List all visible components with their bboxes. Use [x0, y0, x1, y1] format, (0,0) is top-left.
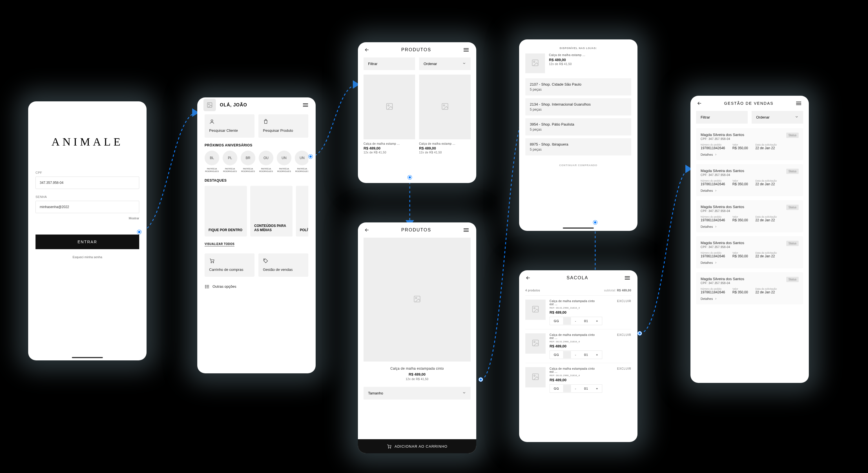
- destaques-row: FIQUE POR DENTROCONTEÚDOS PARA AS MÍDIAS…: [205, 186, 308, 236]
- svg-rect-0: [208, 103, 212, 107]
- ordenar-button[interactable]: Ordenar: [419, 58, 471, 70]
- svg-point-35: [534, 307, 535, 309]
- outras-opcoes[interactable]: Outras opções: [205, 284, 308, 289]
- subtotal-label: subtotal:: [604, 289, 616, 292]
- page-title: PRODUTOS: [401, 47, 431, 53]
- svg-point-39: [534, 375, 535, 376]
- menu-icon[interactable]: [463, 227, 470, 233]
- status-badge: Status: [786, 277, 799, 282]
- tamanho-select[interactable]: Tamanho: [364, 387, 471, 400]
- store-row[interactable]: 8975 - Shop. Ibirapuera5 peças: [525, 138, 631, 156]
- detalhes-link[interactable]: Detalhes: [701, 189, 799, 192]
- bag-count: 4 produtos: [525, 289, 540, 292]
- order-card[interactable]: Magda Silveira dos SantosCPF: 347.357.95…: [696, 164, 803, 196]
- senha-input[interactable]: minhasenha@2022: [35, 201, 139, 213]
- entrar-button[interactable]: ENTRAR: [35, 235, 139, 249]
- add-to-cart-button[interactable]: ADICIONAR AO CARRINHO: [358, 439, 476, 453]
- product-card[interactable]: Calça de malha estamp ... R$ 489,00 12x …: [364, 75, 415, 154]
- product-thumb: [525, 367, 546, 387]
- back-icon[interactable]: [525, 275, 531, 281]
- svg-rect-20: [442, 104, 448, 109]
- home-indicator: [72, 357, 103, 358]
- gestao-tile[interactable]: Gestão de vendas: [258, 254, 308, 277]
- back-icon[interactable]: [364, 227, 370, 233]
- order-card[interactable]: Magda Silveira dos SantosCPF: 347.357.95…: [696, 236, 803, 268]
- filtrar-button[interactable]: Filtrar: [364, 58, 415, 70]
- svg-point-5: [211, 120, 213, 122]
- carrinho-label: Carrinho de compras: [209, 267, 250, 272]
- birthday-chip[interactable]: PLPATRÍCIARODRIGUES: [223, 150, 237, 173]
- menu-icon[interactable]: [463, 46, 470, 53]
- excluir-link[interactable]: EXCLUIR: [617, 333, 631, 340]
- store-row[interactable]: 2134 - Shop. Internacional Guarulhos5 pe…: [525, 98, 631, 115]
- ordenar-button[interactable]: Ordenar: [752, 111, 803, 124]
- back-icon[interactable]: [696, 101, 702, 106]
- destaque-card[interactable]: FIQUE POR DENTRO: [205, 186, 247, 236]
- detalhes-link[interactable]: Detalhes: [701, 297, 799, 300]
- chevron-down-icon: [795, 115, 799, 120]
- birthday-chip[interactable]: UNPATRÍCIARODRIGUES: [295, 150, 308, 173]
- svg-point-13: [205, 286, 206, 287]
- visualizar-todos-link[interactable]: VISUALIZAR TODOS: [205, 242, 235, 246]
- excluir-link[interactable]: EXCLUIR: [617, 367, 631, 373]
- product-card[interactable]: Calça de malha estamp ... R$ 489,00 12x …: [419, 75, 471, 154]
- destaque-card[interactable]: POLÍT. INTER: [296, 186, 308, 236]
- avatar[interactable]: [204, 99, 216, 111]
- screen-sales: GESTÃO DE VENDAS Filtrar Ordenar Magda S…: [690, 96, 809, 383]
- filtrar-button[interactable]: Filtrar: [696, 111, 748, 124]
- chevron-down-icon: [462, 61, 466, 66]
- esqueci-link[interactable]: Esqueci minha senha: [72, 256, 102, 259]
- birthday-chip[interactable]: OUPATRÍCIARODRIGUES: [259, 150, 273, 173]
- store-row[interactable]: 3954 - Shop. Pátio Paulista5 peças: [525, 118, 631, 135]
- svg-point-28: [390, 448, 391, 448]
- detalhes-link[interactable]: Detalhes: [701, 153, 799, 156]
- svg-point-37: [534, 341, 535, 343]
- continuar-link[interactable]: CONTINUAR COMPRANDO: [559, 164, 597, 167]
- product-grid: Calça de malha estamp ... R$ 489,00 12x …: [364, 75, 471, 154]
- cpf-input[interactable]: 347.357.958-04: [35, 176, 139, 189]
- birthday-chip[interactable]: UNPATRÍCIARODRIGUES: [277, 150, 291, 173]
- menu-icon[interactable]: [624, 274, 631, 281]
- birthday-chips: BLPATRÍCIARODRIGUESPLPATRÍCIARODRIGUESBR…: [205, 150, 308, 173]
- product-thumb: [525, 300, 546, 320]
- bag-item: Calça de malha estampada cinto est ...EX…: [525, 329, 631, 363]
- order-card[interactable]: Magda Silveira dos SantosCPF: 347.357.95…: [696, 200, 803, 232]
- search-client-tile[interactable]: Pesquisar Cliente: [205, 114, 254, 138]
- back-icon[interactable]: [364, 47, 370, 53]
- store-row[interactable]: 2107 - Shop. Cidade São Paulo5 peças: [525, 78, 631, 96]
- detalhes-link[interactable]: Detalhes: [701, 225, 799, 228]
- mostrar-link[interactable]: Mostrar: [129, 216, 139, 220]
- qty-stepper[interactable]: GG-01+: [550, 350, 602, 359]
- svg-point-27: [389, 448, 389, 448]
- screen-product-list: PRODUTOS Filtrar Ordenar Calça de malha …: [358, 42, 476, 183]
- excluir-link[interactable]: EXCLUIR: [617, 300, 631, 306]
- svg-point-7: [213, 262, 214, 263]
- birthday-chip[interactable]: BRPATRÍCIARODRIGUES: [241, 150, 255, 173]
- orders-list: Magda Silveira dos SantosCPF: 347.357.95…: [696, 128, 803, 304]
- cart-icon: [209, 258, 215, 264]
- menu-icon[interactable]: [795, 100, 803, 107]
- screen-product-detail: PRODUTOS Calça de malha estampada cinto …: [358, 223, 476, 453]
- destaque-card[interactable]: CONTEÚDOS PARA AS MÍDIAS: [250, 186, 292, 236]
- qty-stepper[interactable]: GG-01+: [550, 317, 602, 325]
- qty-stepper[interactable]: GG-01+: [550, 384, 602, 393]
- bag-item: Calça de malha estampada cinto est ...EX…: [525, 295, 631, 329]
- svg-rect-34: [533, 306, 538, 312]
- detalhes-link[interactable]: Detalhes: [701, 261, 799, 264]
- birthday-chip[interactable]: BLPATRÍCIARODRIGUES: [205, 150, 219, 173]
- svg-rect-38: [533, 374, 538, 380]
- search-product-tile[interactable]: Pesquisar Produto: [258, 114, 308, 138]
- order-card[interactable]: Magda Silveira dos SantosCPF: 347.357.95…: [696, 128, 803, 160]
- destaques-heading: DESTAQUES: [205, 178, 308, 182]
- outras-label: Outras opções: [213, 284, 237, 289]
- home-indicator: [563, 228, 594, 229]
- product-thumb: [525, 54, 545, 73]
- brand-logo: ANIMALE: [35, 135, 139, 148]
- menu-icon[interactable]: [302, 102, 309, 108]
- flow-node: [479, 377, 483, 381]
- carrinho-tile[interactable]: Carrinho de compras: [205, 254, 254, 277]
- store-item-price: R$ 489,00: [549, 58, 585, 62]
- product-name: Calça de malha estampada cinto: [364, 367, 471, 371]
- order-card[interactable]: Magda Silveira dos SantosCPF: 347.357.95…: [696, 272, 803, 304]
- status-badge: Status: [786, 241, 799, 246]
